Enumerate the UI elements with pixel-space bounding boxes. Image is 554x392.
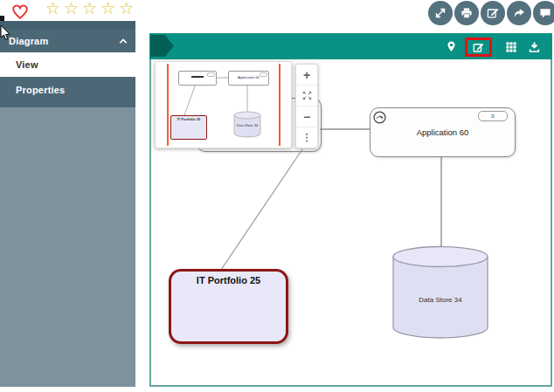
sidebar-item-view[interactable]: View xyxy=(0,52,135,77)
more-options-button[interactable]: ⋮ xyxy=(296,127,317,148)
zoom-controls: + − ⋮ xyxy=(295,64,318,148)
star-rating[interactable]: ☆☆☆☆☆ xyxy=(45,0,137,17)
star-icon[interactable]: ☆ xyxy=(45,0,64,17)
edit-pencil-icon xyxy=(472,41,485,54)
edit-highlight-box[interactable] xyxy=(465,38,492,57)
sidebar-filler xyxy=(0,107,135,387)
minimap-node xyxy=(178,71,217,86)
download-icon[interactable] xyxy=(524,38,544,57)
comment-bubble-icon xyxy=(538,6,552,20)
node-type-icon xyxy=(373,111,386,127)
grid-icon[interactable] xyxy=(502,38,521,57)
diagram-node-application-60[interactable]: 0 Application 60 xyxy=(370,107,516,157)
edit-button[interactable] xyxy=(481,1,505,25)
page-bound-line xyxy=(279,64,280,146)
star-icon[interactable]: ☆ xyxy=(82,0,100,17)
star-icon[interactable]: ☆ xyxy=(119,0,137,17)
sidebar-item-label: View xyxy=(0,59,38,70)
printer-icon xyxy=(460,6,474,20)
minimap-node: Application 60 xyxy=(228,71,269,86)
page-bound-line xyxy=(167,64,169,146)
status-badge: 0 xyxy=(478,111,508,121)
zoom-in-button[interactable]: + xyxy=(296,65,317,86)
edit-pencil-icon xyxy=(486,6,500,20)
print-button[interactable] xyxy=(454,1,479,25)
node-label: Data Store 34 xyxy=(391,296,489,304)
location-pin-icon[interactable] xyxy=(441,37,461,56)
share-arrow-icon xyxy=(512,6,526,20)
node-label: Application 60 xyxy=(370,127,515,137)
minimap-node: IT Portfolio 25 xyxy=(170,115,207,140)
fit-screen-button[interactable] xyxy=(296,86,317,107)
minimap-node: Data Store 34 xyxy=(233,111,261,139)
mouse-cursor xyxy=(0,25,10,45)
app-window: ☆☆☆☆☆ Diagram xyxy=(0,0,554,392)
badge-count: 0 xyxy=(491,113,494,119)
star-icon[interactable]: ☆ xyxy=(64,0,82,17)
star-icon[interactable]: ☆ xyxy=(100,0,119,17)
expand-arrows-icon xyxy=(433,6,447,20)
zoom-out-button[interactable]: − xyxy=(296,107,317,127)
diagram-node-data-store-34[interactable]: Data Store 34 xyxy=(391,245,489,345)
comment-button[interactable] xyxy=(533,1,554,25)
minimap-node-label: Data Store 34 xyxy=(233,123,261,127)
sidebar-item-properties[interactable]: Properties xyxy=(0,77,135,107)
minimap-node-label: IT Portfolio 25 xyxy=(171,117,206,121)
expand-button[interactable] xyxy=(428,1,453,25)
sidebar-item-label: Properties xyxy=(0,77,65,95)
minimap[interactable]: Application 60 IT Portfolio 25 Data Stor… xyxy=(155,61,292,148)
share-button[interactable] xyxy=(507,1,531,25)
fit-screen-icon xyxy=(301,90,313,101)
chevron-up-icon[interactable] xyxy=(118,33,135,49)
diagram-node-it-portfolio-25[interactable]: IT Portfolio 25 xyxy=(169,269,288,344)
sidebar-top-strip xyxy=(0,21,135,29)
node-label: IT Portfolio 25 xyxy=(171,272,286,285)
sidebar-section-diagram[interactable]: Diagram xyxy=(0,29,135,52)
